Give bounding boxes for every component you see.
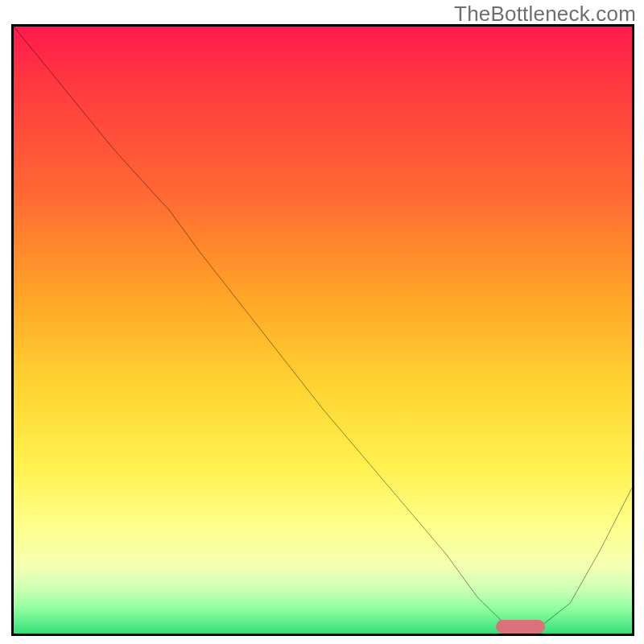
optimal-marker <box>496 620 545 634</box>
plot-area <box>11 24 634 636</box>
curve-path <box>14 27 632 627</box>
chart-wrap: TheBottleneck.com <box>0 0 644 644</box>
watermark-text: TheBottleneck.com <box>454 2 636 27</box>
bottleneck-curve <box>14 27 632 634</box>
